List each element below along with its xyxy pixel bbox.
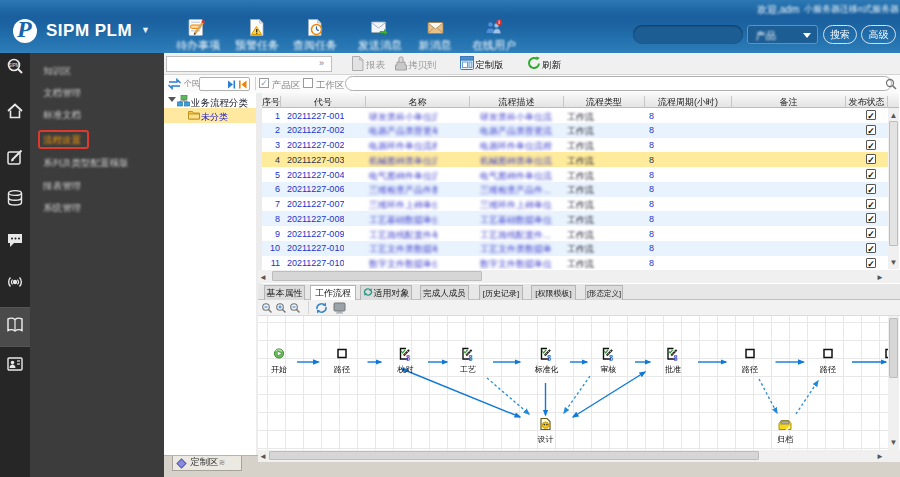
- svg-text:8: 8: [609, 354, 613, 363]
- svg-text:8: 8: [674, 354, 678, 363]
- svg-text:8: 8: [406, 354, 410, 363]
- svg-text:8: 8: [469, 354, 473, 363]
- svg-text:SIPM: SIPM: [8, 63, 19, 68]
- svg-text:8: 8: [547, 354, 551, 363]
